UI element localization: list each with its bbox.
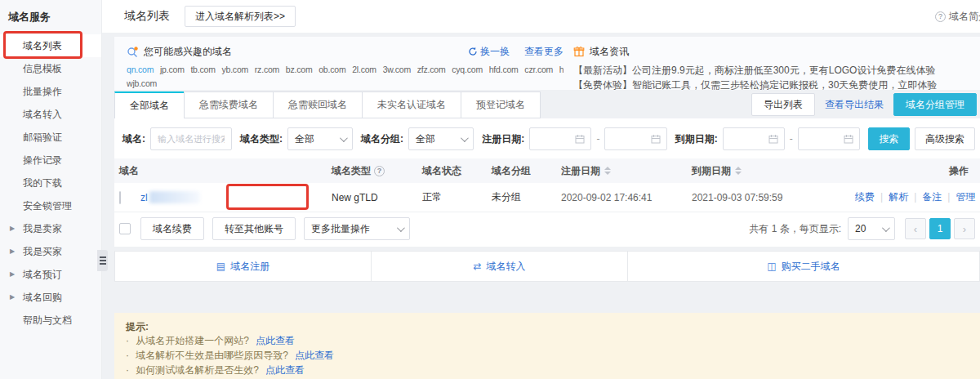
tip-view-link[interactable]: 点此查看 — [256, 335, 295, 346]
sidebar-item-domain-preorder[interactable]: ▶ 域名预订 — [0, 263, 101, 286]
suggested-domain[interactable]: qn.com — [127, 65, 154, 74]
tab-all-domains[interactable]: 全部域名 — [114, 91, 185, 118]
domain-type-cell: New gTLD — [332, 192, 422, 203]
buy-secondhand-domain-button[interactable]: ◫ 购买二手域名 — [627, 251, 980, 282]
renew-link[interactable]: 续费 — [855, 191, 889, 203]
manage-link[interactable]: 管理 — [956, 191, 975, 203]
suggested-domain[interactable]: wjb.com — [127, 78, 157, 88]
sidebar-item-my-downloads[interactable]: 我的下载 — [0, 172, 101, 194]
sort-icon[interactable] — [604, 167, 611, 175]
buy-icon: ◫ — [767, 261, 776, 272]
suggested-domain[interactable]: czr.com — [524, 65, 553, 74]
suggested-domain[interactable]: rz.com — [255, 65, 279, 74]
date-range-separator: - — [790, 133, 793, 145]
domain-transfer-in-button[interactable]: ⇄ 域名转入 — [371, 251, 628, 282]
sidebar-item-domain-transfer-in[interactable]: 域名转入 — [0, 103, 101, 126]
suggested-domain[interactable]: 2l.com — [352, 65, 376, 74]
domain-group-select[interactable]: 全部 — [408, 127, 474, 150]
domain-name-cell[interactable]: zl — [140, 191, 332, 203]
exp-date-to-input[interactable] — [798, 127, 860, 150]
domain-type-label: 域名类型: — [240, 132, 283, 146]
suggested-domain[interactable]: yb.com — [221, 65, 248, 74]
sidebar: 域名服务 域名列表 信息模板 批量操作 域名转入 邮箱验证 操作记录 我的下载 … — [0, 0, 102, 379]
sidebar-item-operation-log[interactable]: 操作记录 — [0, 149, 101, 172]
page-size-value: 20 — [855, 223, 866, 234]
domain-type-select[interactable]: 全部 — [287, 127, 353, 150]
search-suggest-icon — [127, 46, 139, 58]
advanced-search-button[interactable]: 高级搜索 — [915, 127, 975, 150]
refresh-icon — [468, 47, 478, 56]
sidebar-collapse-icon[interactable] — [97, 250, 108, 271]
resolve-link[interactable]: 解析 — [889, 191, 922, 203]
suggested-domain[interactable]: zfz.com — [417, 65, 446, 74]
search-button[interactable]: 搜索 — [868, 127, 910, 150]
select-all-checkbox[interactable] — [119, 223, 131, 234]
tab-renew-soon[interactable]: 急需续费域名 — [184, 91, 274, 118]
domain-search-input[interactable] — [150, 127, 232, 150]
domain-group-manage-button[interactable]: 域名分组管理 — [893, 93, 977, 116]
domain-console-page: 域名服务 域名列表 信息模板 批量操作 域名转入 邮箱验证 操作记录 我的下载 … — [0, 0, 980, 379]
bulk-renew-button[interactable]: 域名续费 — [140, 217, 204, 240]
go-to-dns-list-button[interactable]: 进入域名解析列表>> — [185, 6, 296, 27]
col-registered-date[interactable]: 注册日期 — [561, 164, 692, 178]
col-expire-date[interactable]: 到期日期 — [692, 164, 855, 178]
domain-news-title: 域名资讯 — [590, 45, 629, 59]
sidebar-item-i-am-seller[interactable]: ▶ 我是卖家 — [0, 217, 101, 240]
suggested-domain[interactable]: 3w.com — [383, 65, 411, 74]
bulk-action-bar: 域名续费 转至其他账号 更多批量操作 共有 1 条，每页显示: 20 ‹ 1 › — [114, 212, 980, 245]
more-bulk-actions-select[interactable]: 更多批量操作 — [304, 217, 410, 240]
suggested-domain[interactable]: tb.com — [190, 65, 215, 74]
suggested-domain[interactable]: bz.com — [286, 65, 313, 74]
prev-page-button[interactable]: ‹ — [905, 218, 926, 239]
view-export-result-link[interactable]: 查看导出结果 — [825, 98, 884, 112]
suggested-domain[interactable]: jp.com — [160, 65, 185, 74]
expand-arrow-icon: ▶ — [10, 217, 15, 240]
info-circle-icon[interactable]: ? — [374, 166, 385, 176]
refresh-suggestions-link[interactable]: 换一换 — [468, 45, 510, 59]
transfer-icon: ⇄ — [473, 261, 481, 272]
domain-register-button[interactable]: ▤ 域名注册 — [114, 251, 372, 282]
sidebar-item-label: 域名回购 — [23, 292, 62, 303]
suggested-domains-panel: 您可能感兴趣的域名 换一换 查看更多 qn.com jp.com tb.com — [127, 44, 564, 90]
sidebar-item-domain-list[interactable]: 域名列表 — [0, 34, 101, 57]
sort-icon[interactable] — [735, 167, 742, 175]
sidebar-item-security-lock[interactable]: 安全锁管理 — [0, 194, 101, 217]
view-more-link[interactable]: 查看更多 — [524, 45, 564, 59]
sidebar-item-i-am-buyer[interactable]: ▶ 我是买家 — [0, 240, 101, 263]
news-line[interactable]: 【免费体验】智能记账工具，仅需三步轻松搞定记账报税，30天免费使用，立即体验 — [573, 78, 972, 90]
tip-view-link[interactable]: 点此查看 — [265, 364, 305, 376]
exp-date-from-input[interactable] — [723, 127, 785, 150]
col-actions: 操作 — [855, 164, 975, 178]
tip-item: 域名解析不生效是由哪些原因导致?点此查看 — [126, 348, 969, 363]
tab-not-real-name-verified[interactable]: 未实名认证域名 — [362, 91, 461, 118]
page-size-select[interactable]: 20 — [848, 217, 895, 240]
sidebar-item-info-template[interactable]: 信息模板 — [0, 57, 101, 80]
remark-link[interactable]: 备注 — [922, 191, 956, 203]
export-list-button[interactable]: 导出列表 — [751, 93, 815, 116]
register-icon: ▤ — [216, 261, 225, 272]
tip-view-link[interactable]: 点此查看 — [295, 350, 334, 361]
suggested-domain[interactable]: ob.com — [318, 65, 345, 74]
tab-redeem-soon[interactable]: 急需赎回域名 — [273, 91, 363, 118]
sidebar-item-batch-operation[interactable]: 批量操作 — [0, 80, 101, 103]
row-checkbox[interactable] — [119, 191, 121, 204]
reg-date-to-input[interactable] — [604, 127, 666, 150]
sidebar-item-domain-buyback[interactable]: ▶ 域名回购 — [0, 286, 101, 309]
suggested-domain[interactable]: hfd.com — [489, 65, 519, 74]
expand-arrow-icon: ▶ — [10, 263, 15, 286]
domain-intro-link[interactable]: ? 域名简介 — [935, 0, 980, 33]
next-page-button[interactable]: › — [954, 218, 975, 239]
suggested-domain[interactable]: cyq.com — [452, 65, 483, 74]
gift-icon — [573, 46, 585, 57]
main-content: 域名列表 进入域名解析列表>> ? 域名简介 您可能感兴趣的域名 — [102, 0, 980, 379]
sidebar-item-email-verify[interactable]: 邮箱验证 — [0, 126, 101, 149]
sidebar-item-help-docs[interactable]: 帮助与文档 — [0, 309, 101, 332]
table-row: zl New gTLD 正常 未分组 2020-09-02 17:46:41 2… — [114, 183, 980, 212]
reg-date-from-input[interactable] — [529, 127, 591, 150]
news-line[interactable]: 【最新活动】公司注册9.9元起，商标注册低至300元，更有LOGO设计免费在线体… — [573, 63, 972, 78]
page-1-button[interactable]: 1 — [929, 218, 951, 239]
suggested-domain-row: wjb.com — [127, 77, 564, 90]
col-domain: 域名 — [119, 164, 332, 178]
bulk-transfer-account-button[interactable]: 转至其他账号 — [212, 217, 296, 240]
tab-preregistered[interactable]: 预登记域名 — [461, 91, 541, 118]
